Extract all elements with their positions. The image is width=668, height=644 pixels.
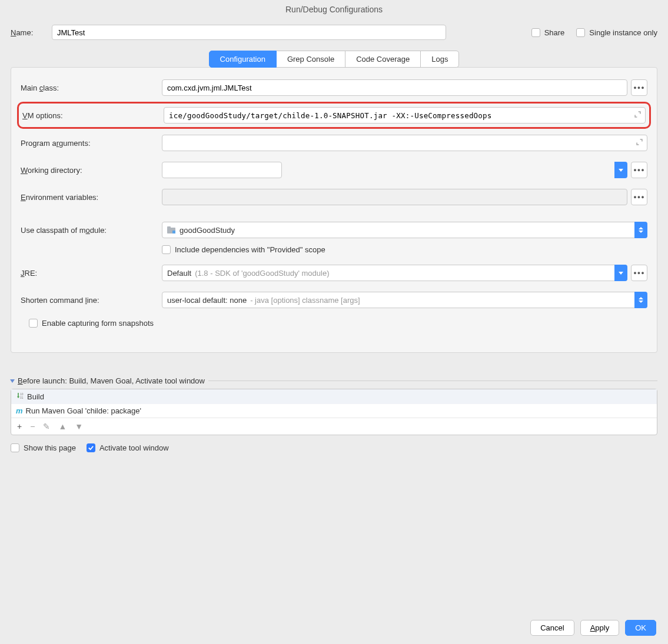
working-dir-input[interactable]: [162, 162, 282, 178]
build-label: Build: [27, 392, 44, 401]
program-args-row: Program arguments:: [21, 135, 647, 151]
main-class-label: Main class:: [21, 84, 162, 92]
enable-snapshots-label: Enable capturing form snapshots: [42, 319, 154, 328]
jre-value: Default: [167, 269, 191, 278]
include-deps-row: Include dependencies with "Provided" sco…: [21, 245, 647, 254]
tab-grep-console[interactable]: Grep Console: [277, 51, 345, 68]
before-launch-section: Before launch: Build, Maven Goal, Activa…: [11, 376, 657, 452]
ok-button[interactable]: OK: [625, 620, 656, 636]
shorten-hint: - java [options] classname [args]: [250, 296, 360, 305]
jre-browse-button[interactable]: ●●●: [631, 265, 647, 281]
activate-tool-window-label: Activate tool window: [99, 443, 169, 452]
name-row: Name: Share Single instance only: [11, 25, 657, 40]
tab-configuration[interactable]: Configuration: [209, 51, 277, 68]
classpath-row: Use classpath of module: goodGoodStudy: [21, 222, 647, 238]
classpath-select[interactable]: goodGoodStudy: [162, 222, 647, 238]
shorten-select[interactable]: user-local default: none - java [options…: [162, 292, 647, 308]
build-icon: 1001: [16, 392, 24, 402]
dialog-title: Run/Debug Configurations: [0, 0, 668, 19]
env-vars-input[interactable]: [162, 189, 627, 205]
working-dir-browse-button[interactable]: ●●●: [631, 162, 647, 178]
before-launch-item-maven[interactable]: m Run Maven Goal 'childe: package': [11, 404, 657, 418]
module-icon: [167, 226, 176, 233]
maven-label: Run Maven Goal 'childe: package': [26, 406, 141, 415]
svg-text:01: 01: [20, 396, 24, 399]
add-button[interactable]: +: [17, 422, 22, 431]
name-label: Name:: [11, 28, 52, 37]
activate-tool-window-checkbox[interactable]: Activate tool window: [87, 443, 169, 452]
remove-button[interactable]: −: [30, 422, 35, 431]
name-input[interactable]: [52, 25, 446, 40]
main-class-input[interactable]: [162, 79, 627, 96]
working-dir-dropdown[interactable]: [614, 162, 627, 178]
before-launch-item-build[interactable]: 1001 Build: [11, 389, 657, 404]
move-down-button[interactable]: ▼: [75, 422, 83, 431]
vm-options-highlight: VM options:: [17, 102, 651, 129]
configuration-panel: Main class: ●●● VM options:: [11, 67, 657, 353]
classpath-value: goodGoodStudy: [180, 226, 235, 235]
apply-button[interactable]: Apply: [580, 620, 620, 636]
working-dir-row: Working directory: ●●●: [21, 162, 647, 178]
jre-label: JRE:: [21, 269, 162, 278]
single-instance-checkbox[interactable]: Single instance only: [576, 28, 657, 37]
program-args-label: Program arguments:: [21, 139, 162, 148]
cancel-button[interactable]: Cancel: [530, 620, 574, 636]
single-instance-label: Single instance only: [589, 28, 657, 37]
maven-icon: m: [16, 406, 23, 415]
edit-button[interactable]: ✎: [43, 422, 50, 431]
main-class-row: Main class: ●●●: [21, 79, 647, 96]
tab-bar: Configuration Grep Console Code Coverage…: [11, 51, 657, 68]
shorten-value: user-local default: none: [167, 296, 247, 305]
env-vars-browse-button[interactable]: ●●●: [631, 189, 647, 205]
include-deps-checkbox[interactable]: Include dependencies with "Provided" sco…: [162, 245, 325, 254]
tab-logs[interactable]: Logs: [421, 51, 459, 68]
before-launch-header[interactable]: Before launch: Build, Maven Goal, Activa…: [11, 376, 657, 385]
share-label: Share: [544, 28, 565, 37]
tab-code-coverage[interactable]: Code Coverage: [345, 51, 421, 68]
before-launch-toolbar: + − ✎ ▲ ▼: [11, 418, 657, 435]
env-vars-row: Environment variables: ●●●: [21, 189, 647, 205]
show-this-page-checkbox[interactable]: Show this page: [11, 443, 76, 452]
jre-hint: (1.8 - SDK of 'goodGoodStudy' module): [195, 269, 329, 278]
jre-select[interactable]: Default (1.8 - SDK of 'goodGoodStudy' mo…: [162, 265, 627, 281]
jre-row: JRE: Default (1.8 - SDK of 'goodGoodStud…: [21, 265, 647, 281]
include-deps-label: Include dependencies with "Provided" sco…: [175, 245, 325, 254]
dialog-footer: Cancel Apply OK: [530, 620, 656, 636]
enable-snapshots-row: Enable capturing form snapshots: [21, 319, 647, 328]
move-up-button[interactable]: ▲: [58, 422, 67, 431]
show-this-page-label: Show this page: [24, 443, 76, 452]
before-launch-list: 1001 Build m Run Maven Goal 'childe: pac…: [11, 389, 657, 435]
classpath-label: Use classpath of module:: [21, 226, 162, 235]
svg-rect-2: [172, 231, 175, 233]
working-dir-label: Working directory:: [21, 166, 162, 175]
main-class-browse-button[interactable]: ●●●: [631, 79, 647, 96]
enable-snapshots-checkbox[interactable]: Enable capturing form snapshots: [29, 319, 154, 328]
vm-options-label: VM options:: [22, 111, 164, 120]
env-vars-label: Environment variables:: [21, 193, 162, 202]
shorten-label: Shorten command line:: [21, 296, 162, 305]
share-checkbox[interactable]: Share: [531, 28, 565, 37]
vm-options-input[interactable]: [164, 107, 646, 124]
svg-rect-1: [167, 226, 171, 228]
shorten-row: Shorten command line: user-local default…: [21, 292, 647, 308]
program-args-input[interactable]: [162, 135, 647, 151]
